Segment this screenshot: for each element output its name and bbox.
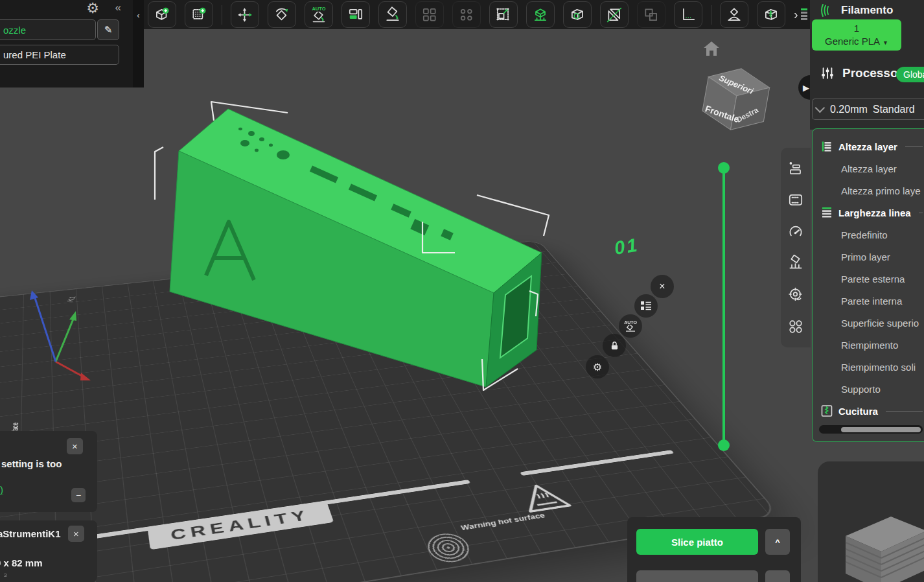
dock-apps-button[interactable] [786, 317, 805, 336]
filament-header: Filamento [841, 4, 893, 17]
calibration-object-thumbnail [836, 505, 924, 582]
line-width-icon [820, 206, 833, 219]
toolbar-move-button[interactable] [231, 1, 259, 28]
warning-message: setting is too [1, 458, 62, 469]
toolbar-support-button[interactable] [526, 1, 555, 28]
slice-action-panel: Slice piatto ^ [627, 517, 801, 582]
panel-collapse-handle[interactable]: ‹ [133, 0, 144, 87]
edit-printer-button[interactable]: ✎ [97, 19, 119, 40]
settings-item-row[interactable]: Parete interna [813, 290, 924, 312]
settings-group-row[interactable]: Larghezza linea [813, 202, 924, 224]
settings-item-row[interactable]: Riempimento [813, 334, 924, 356]
home-view-icon[interactable] [702, 40, 721, 57]
toolbar-scale-button[interactable] [489, 1, 518, 28]
warning-link[interactable]: ) [0, 484, 3, 495]
toolbar-auto-orient-button[interactable]: AUTO [305, 1, 333, 28]
layer-range-slider[interactable] [718, 162, 730, 451]
settings-item-row[interactable]: Riempimento soli [813, 356, 924, 378]
material-process-panel: Filamento 1 Generic PLA▼ Processo Globa … [810, 0, 924, 130]
secondary-action-button[interactable] [636, 570, 758, 582]
main-toolbar: AUTO [144, 0, 814, 29]
plate-number: 01 [613, 234, 641, 259]
toolbar-hollow-button[interactable] [563, 1, 592, 28]
settings-panel: Altezza layerAltezza layerAltezza primo … [812, 128, 924, 442]
chevron-right-icon: ▶ [803, 83, 809, 93]
slice-options-button[interactable]: ^ [765, 529, 790, 555]
plate-settings-button[interactable]: ⚙ [586, 355, 609, 378]
toolbar-seam-paint-button[interactable] [720, 1, 748, 28]
settings-scrollbar-thumb[interactable] [841, 427, 921, 432]
slider-knob-top[interactable] [718, 162, 730, 174]
toolbar-expand-button[interactable]: › [794, 7, 808, 22]
settings-label: Superficie superio [841, 318, 919, 329]
settings-label: Altezza primo laye [841, 185, 921, 196]
filament-material: Generic PLA [825, 36, 880, 47]
auto-arrange-plate-button[interactable]: AUTO [619, 314, 642, 338]
orientation-cube[interactable]: Superiori Frontale Destra [699, 60, 774, 137]
view-dock [781, 148, 811, 347]
preset-value: 0.20mm [830, 104, 868, 115]
settings-label: Riempimento [841, 340, 898, 351]
layer-height-icon [820, 140, 833, 153]
preset-dropdown[interactable]: 0.20mm Standard [812, 99, 924, 120]
printer-settings-gear-icon[interactable]: ⚙ [86, 0, 99, 16]
toolbar-add-plate-button[interactable] [185, 1, 213, 28]
settings-label: Altezza layer [838, 141, 897, 152]
toolbar-divider [222, 5, 222, 25]
dock-support-button[interactable] [786, 253, 805, 273]
scope-badge[interactable]: Globa [896, 67, 924, 82]
nozzle-preset-field[interactable]: ozzle [0, 19, 96, 40]
pencil-icon: ✎ [104, 24, 113, 36]
settings-item-row[interactable]: Supporto [813, 378, 924, 400]
settings-item-row[interactable]: Altezza primo laye [813, 180, 924, 202]
gear-icon: ⚙ [593, 361, 602, 373]
toolbar-add-model-button[interactable] [148, 1, 176, 28]
auto-label: AUTO [312, 6, 325, 12]
dock-speed-gauge-button[interactable] [786, 222, 805, 242]
toolbar-merge-button[interactable] [637, 1, 665, 28]
delete-plate-button[interactable]: × [651, 275, 674, 298]
settings-item-row[interactable]: Superficie superio [813, 312, 924, 334]
toolbar-measure-button[interactable] [674, 1, 702, 28]
settings-group-row[interactable]: Cucitura [813, 400, 924, 422]
warning-hot-surface-label: Warning hot surface [459, 512, 547, 532]
close-icon: × [659, 281, 665, 292]
close-warning-button[interactable]: × [67, 438, 83, 454]
settings-item-row[interactable]: Parete esterna [813, 268, 924, 290]
toolbar-arrange-button[interactable] [341, 1, 370, 28]
process-header: Processo [842, 66, 898, 80]
close-model-card-button[interactable]: × [68, 526, 84, 542]
lock-icon [609, 340, 620, 351]
plate-type-field[interactable]: ured PEI Plate [0, 45, 119, 65]
chevron-down-icon [815, 103, 826, 113]
slider-knob-bottom[interactable] [718, 439, 730, 451]
minimize-warning-button[interactable]: − [71, 488, 86, 502]
toolbar-cut-button[interactable] [600, 1, 629, 28]
dock-object-list-button[interactable] [786, 159, 805, 178]
model-footnote: 3 [4, 572, 6, 578]
settings-scrollbar[interactable] [819, 425, 923, 434]
settings-item-row[interactable]: Predefinito [813, 224, 924, 246]
settings-label: Parete esterna [841, 274, 905, 285]
toolbar-fuzzy-skin-button[interactable] [757, 1, 785, 28]
secondary-options-button[interactable] [765, 570, 790, 582]
settings-item-row[interactable]: Primo layer [813, 246, 924, 268]
toolbar-pattern-button[interactable] [415, 1, 444, 28]
preset-name: Standard [873, 104, 915, 115]
dock-seam-target-button[interactable] [786, 285, 805, 305]
lock-plate-button[interactable] [603, 334, 626, 357]
collapse-left-panel-icon[interactable]: « [115, 1, 121, 14]
filament-selector-button[interactable]: 1 Generic PLA▼ [812, 19, 901, 51]
slice-plate-button[interactable]: Slice piatto [636, 529, 758, 555]
settings-label: Primo layer [841, 251, 890, 262]
settings-item-row[interactable]: Altezza layer [813, 157, 924, 180]
toolbar-rotate-button[interactable] [268, 1, 296, 28]
plate-object-list-button[interactable] [634, 294, 658, 318]
toolbar-lay-on-face-button[interactable] [378, 1, 407, 28]
lay-flat-icon [625, 325, 636, 332]
settings-group-row[interactable]: Altezza layer [813, 135, 924, 157]
toolbar-batch-settings-button[interactable] [452, 1, 481, 28]
filament-slot-number: 1 [812, 23, 901, 34]
dock-plate-frame-button[interactable] [786, 191, 805, 210]
model-name: aStrumentiK1 [0, 528, 61, 539]
